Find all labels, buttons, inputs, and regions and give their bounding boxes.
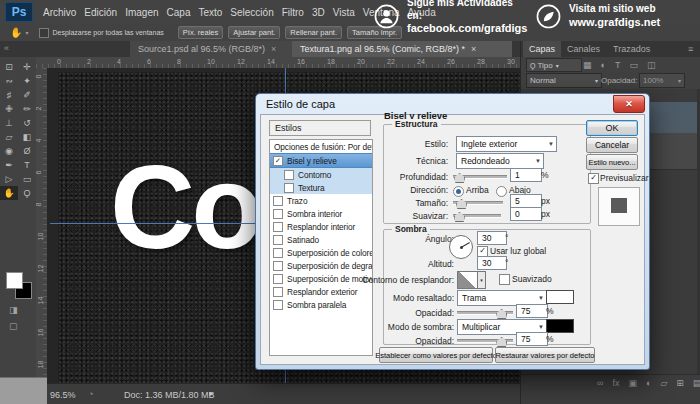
eraser-tool[interactable]: ▱ <box>0 130 18 144</box>
gloss-contour-thumbnail[interactable] <box>457 271 478 289</box>
screen-mode-icon[interactable]: ▢ <box>9 321 18 331</box>
tamano-slider[interactable] <box>453 198 503 208</box>
style-item-superposici-n-de-motivo[interactable]: Superposición de motivo <box>270 272 372 285</box>
cancel-button[interactable]: Cancelar <box>586 137 638 153</box>
style-item-superposici-n-de-degradado[interactable]: Superposición de degradado <box>270 259 372 272</box>
style-checkbox[interactable] <box>273 274 283 284</box>
style-checkbox[interactable] <box>273 235 283 245</box>
estilo-dropdown[interactable]: Inglete exterior▼ <box>456 136 557 152</box>
new-layer-icon[interactable]: ⊞ <box>676 378 684 388</box>
menu-item-filtro[interactable]: Filtro <box>278 1 308 24</box>
close-button[interactable]: ✕ <box>613 95 645 113</box>
style-item-trazo[interactable]: Trazo <box>270 194 372 207</box>
highlight-color-swatch[interactable] <box>546 290 574 304</box>
reset-defaults-button[interactable]: Restaurar valores por defecto <box>495 347 595 363</box>
opacidad-resaltado-input[interactable]: 75 <box>516 304 548 318</box>
clone-stamp-tool[interactable]: ⊥ <box>0 116 18 130</box>
brush-tool[interactable]: ✏ <box>18 102 36 116</box>
filter-smart-objects-icon[interactable]: ◫ <box>647 60 656 70</box>
close-tab-icon[interactable]: × <box>271 44 276 54</box>
options-button-ajustar-pant[interactable]: Ajustar pant. <box>228 26 280 39</box>
hand-tool[interactable]: ✋ <box>0 186 18 200</box>
options-button-p-x-reales[interactable]: Píx. reales <box>178 26 223 39</box>
shadow-color-swatch[interactable] <box>546 319 574 333</box>
tamano-input[interactable]: 5 <box>510 194 542 208</box>
menu-item-vista[interactable]: Vista <box>329 1 359 24</box>
style-checkbox[interactable] <box>273 300 283 310</box>
opacidad-resaltado-slider[interactable] <box>457 308 513 318</box>
opacidad-sombra-input[interactable]: 75 <box>516 332 548 346</box>
layer-style-icon[interactable]: fx <box>612 378 619 388</box>
shape-tool[interactable]: ▭ <box>18 172 36 186</box>
tab-source1-psd[interactable]: Source1.psd al 96.5% (RGB/8*) × <box>130 41 298 57</box>
style-item-resplandor-exterior[interactable]: Resplandor exterior <box>270 285 372 298</box>
path-selection-tool[interactable]: ▷ <box>0 172 18 186</box>
style-item-satinado[interactable]: Satinado <box>270 233 372 246</box>
quick-mask-icon[interactable]: ◨ <box>9 305 18 315</box>
collapse-panels-icon[interactable]: « <box>4 43 9 53</box>
gradient-tool[interactable]: ◧ <box>18 130 36 144</box>
style-checkbox[interactable] <box>273 261 283 271</box>
link-layers-icon[interactable]: ∞ <box>597 378 603 388</box>
style-checkbox[interactable] <box>273 248 283 258</box>
dodge-tool[interactable]: Ø <box>18 144 36 158</box>
website-banner-link[interactable]: www.grafdigs.net <box>569 16 660 30</box>
direccion-arriba-radio[interactable] <box>453 186 464 197</box>
ok-button[interactable]: OK <box>586 120 638 136</box>
move-tool[interactable]: ✛ <box>18 60 36 74</box>
style-item-contorno[interactable]: Contorno <box>270 168 372 181</box>
filter-adjustment-layers-icon[interactable]: ◐ <box>601 60 606 70</box>
tab-capas[interactable]: Capas <box>523 41 561 57</box>
lasso-tool[interactable]: ∾ <box>0 74 18 88</box>
history-brush-tool[interactable]: ↺ <box>18 116 36 130</box>
style-checkbox[interactable] <box>273 209 283 219</box>
suavizar-slider[interactable] <box>453 211 501 221</box>
menu-item-edici-n[interactable]: Edición <box>80 1 121 24</box>
close-tab-icon[interactable]: × <box>471 44 476 54</box>
eyedropper-tool[interactable]: ✐ <box>18 88 36 102</box>
opacity-value-dropdown[interactable]: 100% ▾ <box>639 73 685 88</box>
profundidad-slider[interactable] <box>453 172 507 182</box>
suavizar-input[interactable]: 0 <box>510 207 542 221</box>
facebook-banner-link[interactable]: facebook.com/grafdigs <box>407 22 527 36</box>
filter-type-layers-icon[interactable]: T <box>615 60 621 70</box>
adjustment-layer-icon[interactable]: ◐ <box>646 378 651 388</box>
tab-trazados[interactable]: Trazados <box>607 41 656 57</box>
opacidad-sombra-slider[interactable] <box>457 336 513 346</box>
style-checkbox[interactable]: ✓ <box>273 156 283 166</box>
dialog-title[interactable]: Estilo de capa <box>256 94 659 114</box>
tecnica-dropdown[interactable]: Redondeado▼ <box>456 153 544 169</box>
style-checkbox[interactable] <box>273 196 283 206</box>
style-item-sombra-interior[interactable]: Sombra interior <box>270 207 372 220</box>
options-button-rellenar-pant[interactable]: Rellenar pant. <box>285 26 342 39</box>
blend-mode-dropdown[interactable]: Normal ▾ <box>526 73 602 88</box>
style-item-superposici-n-de-colores[interactable]: Superposición de colores <box>270 246 372 259</box>
style-checkbox[interactable] <box>284 170 294 180</box>
layer-mask-icon[interactable]: ▣ <box>628 378 637 388</box>
foreground-color-swatch[interactable] <box>6 272 23 289</box>
profundidad-input[interactable]: 1 <box>510 168 542 182</box>
panel-menu-icon[interactable]: ≡ <box>688 44 693 54</box>
contour-dropdown-arrow[interactable]: ▾ <box>477 271 486 289</box>
direccion-abajo-radio[interactable] <box>496 186 507 197</box>
filter-shape-layers-icon[interactable]: ▭ <box>629 60 638 70</box>
quick-selection-tool[interactable]: ✦ <box>18 74 36 88</box>
angle-dial[interactable] <box>449 235 473 259</box>
tool-preset-arrow-icon[interactable]: ▾ <box>25 29 28 36</box>
style-checkbox[interactable] <box>273 222 283 232</box>
style-item-sombra-paralela[interactable]: Sombra paralela <box>270 298 372 311</box>
zoom-level-field[interactable]: 96.5% <box>50 390 76 400</box>
status-flyout-icon[interactable]: ► <box>208 390 215 397</box>
style-checkbox[interactable] <box>284 183 294 193</box>
scroll-all-windows-checkbox[interactable] <box>39 28 49 38</box>
menu-item-texto[interactable]: Texto <box>194 1 226 24</box>
altitud-input[interactable]: 30 <box>477 256 507 270</box>
menu-item-3d[interactable]: 3D <box>308 1 329 24</box>
layer-filter-type-dropdown[interactable]: Ϙ Tipo ▾ <box>526 58 582 72</box>
suavizado-checkbox[interactable] <box>499 274 510 285</box>
angulo-input[interactable]: 30 <box>477 231 507 245</box>
new-style-button[interactable]: Estilo nuevo... <box>586 154 638 170</box>
rectangular-marquee-tool[interactable]: ⊡ <box>0 60 18 74</box>
previsualizar-checkbox[interactable]: ✓ <box>588 173 599 184</box>
pen-tool[interactable]: ✒ <box>0 158 18 172</box>
